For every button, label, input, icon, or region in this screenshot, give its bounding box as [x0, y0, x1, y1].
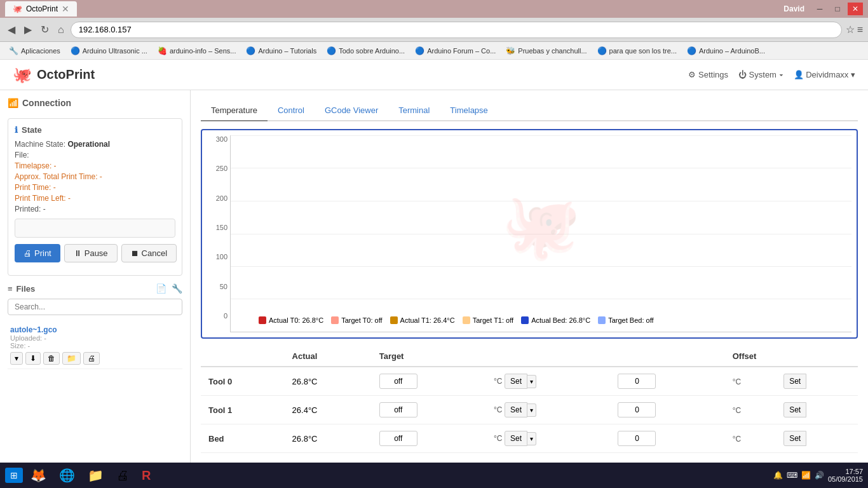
bed-offset-set-btn[interactable]: Set: [783, 431, 806, 446]
bed-actual: 26.8°C: [285, 424, 372, 453]
tab-title: OctoPrint: [26, 4, 58, 13]
cancel-button[interactable]: ⏹ Cancel: [121, 244, 177, 262]
pause-button[interactable]: ⏸ Pause: [64, 244, 118, 262]
user-nav-item[interactable]: 👤 Deividmaxx ▾: [794, 70, 855, 79]
tool0-offset-input[interactable]: [618, 374, 656, 389]
y-label-0: 0: [224, 312, 227, 320]
bookmark-label: para que son los tre...: [609, 47, 677, 55]
tool1-set-dropdown[interactable]: ▾: [527, 403, 536, 417]
print-time-left-row: Print Time Left: -: [15, 194, 175, 203]
print-button[interactable]: 🖨 Print: [15, 244, 60, 262]
table-row-tool0: Tool 0 26.8°C Set °C Set ▾: [201, 367, 858, 396]
legend-target-t0: Target T0: off: [331, 316, 382, 324]
file-name[interactable]: autole~1.gco: [10, 325, 180, 334]
taskbar-chrome-btn[interactable]: 🌐: [54, 465, 80, 485]
legend-color-target-t0: [331, 316, 339, 324]
taskbar-r-btn[interactable]: R: [137, 466, 156, 485]
browser-navbar: ◀ ▶ ↻ ⌂ ☆ ≡: [0, 18, 868, 42]
bookmarks-bar: 🔧 Aplicaciones 🔵 Arduino Ultrasonic ... …: [0, 42, 868, 60]
file-download-btn[interactable]: ⬇: [25, 352, 41, 365]
system-nav-item[interactable]: ⏻ System ▾: [738, 70, 783, 79]
bed-offset-input[interactable]: [618, 431, 656, 446]
bookmark-todo[interactable]: 🔵 Todo sobre Arduino...: [323, 45, 409, 57]
tool0-set-dropdown[interactable]: ▾: [527, 375, 536, 388]
bookmark-forum[interactable]: 🔵 Arduino Forum – Co...: [411, 45, 499, 57]
bookmark-para-que[interactable]: 🔵 para que son los tre...: [593, 45, 681, 57]
tab-gcode-viewer[interactable]: GCode Viewer: [315, 100, 388, 121]
bed-set-dropdown[interactable]: ▾: [527, 432, 536, 445]
settings-nav-item[interactable]: ⚙ Settings: [688, 70, 728, 79]
tab-control[interactable]: Control: [268, 100, 315, 121]
minimize-btn[interactable]: ─: [812, 3, 827, 15]
nav-icons: ☆ ≡: [846, 24, 863, 36]
back-btn[interactable]: ◀: [5, 22, 18, 37]
y-label-100: 100: [216, 253, 227, 261]
file-delete-btn[interactable]: 🗑: [43, 352, 60, 365]
maximize-btn[interactable]: □: [830, 3, 845, 15]
start-button[interactable]: ⊞: [5, 468, 23, 483]
file-select-btn[interactable]: ▾: [10, 352, 23, 365]
file-print-btn[interactable]: 🖨: [83, 352, 100, 365]
tool0-offset-set-btn[interactable]: Set: [783, 374, 806, 389]
tool0-offset-set-cell: Set: [776, 367, 858, 396]
close-btn[interactable]: ✕: [848, 3, 863, 15]
bed-offset-set-cell: Set: [776, 424, 858, 453]
titlebar: 🐙 OctoPrint ✕ David ─ □ ✕: [0, 0, 868, 18]
taskbar-hp-btn[interactable]: 🖨: [111, 466, 134, 485]
approx-row: Approx. Total Print Time: -: [15, 172, 175, 181]
forward-btn[interactable]: ▶: [22, 22, 34, 37]
action-buttons: 🖨 Print ⏸ Pause ⏹ Cancel: [15, 244, 175, 262]
chart-watermark: 🐙: [501, 189, 581, 264]
browser-tab[interactable]: 🐙 OctoPrint ✕: [5, 1, 77, 17]
bookmark-label: Arduino – Tutorials: [258, 47, 316, 55]
tool0-set-btn[interactable]: Set: [505, 374, 527, 389]
chrome-menu-btn[interactable]: ≡: [857, 24, 863, 36]
connection-title: 📶 Connection: [8, 98, 182, 108]
bed-set-btn[interactable]: Set: [505, 431, 527, 446]
octoprint-logo: 🐙 OctoPrint: [13, 66, 95, 84]
bookmark-pruebas[interactable]: 🐝 Pruebas y chanchull...: [502, 45, 590, 57]
tab-close-btn[interactable]: ✕: [62, 4, 69, 14]
y-label-50: 50: [220, 283, 227, 290]
file-row: File:: [15, 151, 175, 159]
tab-temperature[interactable]: Temperature: [201, 100, 268, 121]
tool1-offset-input[interactable]: [618, 402, 656, 417]
sidebar: 📶 Connection ℹ State Machine State: Oper…: [0, 90, 191, 488]
taskbar-files-btn[interactable]: 📁: [83, 465, 109, 485]
bookmark-tutorials[interactable]: 🔵 Arduino – Tutorials: [242, 45, 320, 57]
bookmark-arduinob[interactable]: 🔵 Arduino – ArduinoB...: [683, 45, 769, 57]
bookmark-label: arduino-info – Sens...: [170, 47, 236, 55]
home-btn[interactable]: ⌂: [55, 23, 67, 37]
logo-octopus-icon: 🐙: [13, 66, 32, 84]
files-search-input[interactable]: [8, 299, 182, 315]
reload-btn[interactable]: ↻: [38, 22, 51, 37]
tool1-offset-set-btn[interactable]: Set: [783, 402, 806, 417]
bookmark-arduino-info[interactable]: 🍓 arduino-info – Sens...: [154, 45, 240, 57]
titlebar-left: 🐙 OctoPrint ✕: [5, 1, 77, 17]
table-header-row: Actual Target Offset: [201, 346, 858, 367]
tool1-target-input[interactable]: [379, 402, 417, 417]
wrench-icon-btn[interactable]: 🔧: [172, 283, 182, 294]
file-folder-btn[interactable]: 📁: [62, 352, 81, 365]
machine-state-row: Machine State: Operational: [15, 140, 175, 149]
upload-file-btn[interactable]: 📄: [156, 283, 166, 294]
file-list-item: autole~1.gco Uploaded: - Size: - ▾ ⬇ 🗑 📁: [8, 322, 182, 369]
bookmark-icon: 🔵: [597, 46, 607, 55]
timelapse-row: Timelapse: -: [15, 161, 175, 170]
taskbar-firefox-btn[interactable]: 🦊: [25, 465, 51, 485]
bookmark-star-btn[interactable]: ☆: [846, 24, 855, 36]
tool0-target-input[interactable]: [379, 374, 417, 389]
tool1-label: Tool 1: [201, 396, 285, 424]
tool1-offset-unit: °C: [733, 406, 741, 415]
bookmark-icon: 🐝: [506, 46, 515, 55]
bookmark-aplicaciones[interactable]: 🔧 Aplicaciones: [5, 45, 64, 57]
tool1-set-btn[interactable]: Set: [505, 402, 527, 417]
state-section-title: ℹ State: [15, 125, 175, 135]
bed-target-input[interactable]: [379, 431, 417, 446]
bed-label: Bed: [201, 424, 285, 453]
tab-timelapse[interactable]: Timelapse: [440, 100, 498, 121]
y-label-300: 300: [216, 135, 227, 143]
bookmark-ultrasonic[interactable]: 🔵 Arduino Ultrasonic ...: [67, 45, 151, 57]
tab-terminal[interactable]: Terminal: [388, 100, 440, 121]
address-bar[interactable]: [71, 22, 842, 38]
